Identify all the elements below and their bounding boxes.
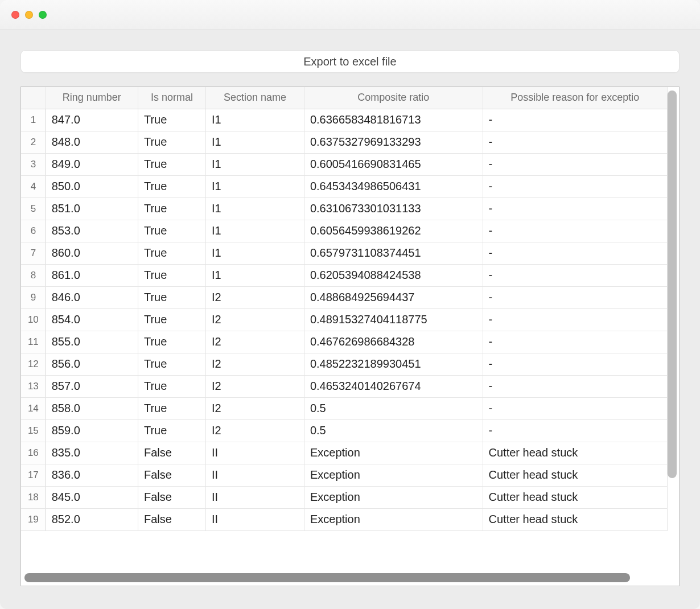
table-row[interactable]: 5851.0TrueI10.6310673301031133-: [21, 197, 668, 220]
header-ring[interactable]: Ring number: [46, 87, 138, 109]
row-index-cell[interactable]: 18: [21, 486, 46, 508]
cell-normal[interactable]: True: [138, 242, 205, 264]
table-row[interactable]: 17836.0FalseIIExceptionCutter head stuck: [21, 464, 668, 486]
cell-normal[interactable]: True: [138, 419, 205, 442]
cell-ratio[interactable]: 0.6056459938619262: [304, 220, 483, 242]
table-row[interactable]: 13857.0TrueI20.4653240140267674-: [21, 375, 668, 397]
maximize-icon[interactable]: [39, 11, 47, 19]
table-row[interactable]: 12856.0TrueI20.4852232189930451-: [21, 353, 668, 375]
cell-ratio[interactable]: 0.6579731108374451: [304, 242, 483, 264]
cell-normal[interactable]: False: [138, 464, 205, 486]
row-index-cell[interactable]: 3: [21, 153, 46, 175]
cell-ring[interactable]: 846.0: [46, 286, 138, 308]
cell-reason[interactable]: -: [483, 109, 667, 131]
cell-normal[interactable]: True: [138, 397, 205, 419]
cell-ratio[interactable]: 0.6375327969133293: [304, 131, 483, 153]
cell-ring[interactable]: 858.0: [46, 397, 138, 419]
table-row[interactable]: 15859.0TrueI20.5-: [21, 419, 668, 442]
table-row[interactable]: 1847.0TrueI10.6366583481816713-: [21, 109, 668, 131]
table-row[interactable]: 19852.0FalseIIExceptionCutter head stuck: [21, 508, 668, 530]
cell-normal[interactable]: True: [138, 353, 205, 375]
cell-ring[interactable]: 847.0: [46, 109, 138, 131]
cell-section[interactable]: I2: [205, 286, 304, 308]
header-section[interactable]: Section name: [205, 87, 304, 109]
row-index-cell[interactable]: 1: [21, 109, 46, 131]
cell-reason[interactable]: Cutter head stuck: [483, 486, 667, 508]
row-index-cell[interactable]: 14: [21, 397, 46, 419]
cell-ratio[interactable]: 0.467626986684328: [304, 331, 483, 353]
cell-section[interactable]: I1: [205, 153, 304, 175]
cell-section[interactable]: II: [205, 508, 304, 530]
cell-section[interactable]: I1: [205, 264, 304, 286]
minimize-icon[interactable]: [25, 11, 33, 19]
row-index-cell[interactable]: 10: [21, 308, 46, 331]
cell-section[interactable]: I1: [205, 175, 304, 197]
row-index-cell[interactable]: 19: [21, 508, 46, 530]
row-index-cell[interactable]: 15: [21, 419, 46, 442]
row-index-cell[interactable]: 8: [21, 264, 46, 286]
close-icon[interactable]: [11, 11, 19, 19]
row-index-cell[interactable]: 6: [21, 220, 46, 242]
cell-section[interactable]: II: [205, 442, 304, 464]
row-index-cell[interactable]: 17: [21, 464, 46, 486]
cell-section[interactable]: I1: [205, 242, 304, 264]
row-index-cell[interactable]: 7: [21, 242, 46, 264]
cell-reason[interactable]: Cutter head stuck: [483, 442, 667, 464]
cell-reason[interactable]: Cutter head stuck: [483, 464, 667, 486]
cell-ratio[interactable]: 0.48915327404118775: [304, 308, 483, 331]
cell-normal[interactable]: True: [138, 375, 205, 397]
cell-reason[interactable]: -: [483, 242, 667, 264]
cell-normal[interactable]: True: [138, 220, 205, 242]
cell-reason[interactable]: -: [483, 375, 667, 397]
cell-reason[interactable]: -: [483, 220, 667, 242]
table-row[interactable]: 4850.0TrueI10.6453434986506431-: [21, 175, 668, 197]
table-row[interactable]: 7860.0TrueI10.6579731108374451-: [21, 242, 668, 264]
header-normal[interactable]: Is normal: [138, 87, 205, 109]
cell-ratio[interactable]: 0.6005416690831465: [304, 153, 483, 175]
cell-ring[interactable]: 851.0: [46, 197, 138, 220]
cell-ring[interactable]: 859.0: [46, 419, 138, 442]
cell-normal[interactable]: True: [138, 175, 205, 197]
row-index-cell[interactable]: 11: [21, 331, 46, 353]
cell-ring[interactable]: 835.0: [46, 442, 138, 464]
cell-ratio[interactable]: 0.4653240140267674: [304, 375, 483, 397]
header-reason[interactable]: Possible reason for exceptio: [483, 87, 667, 109]
cell-ring[interactable]: 860.0: [46, 242, 138, 264]
table-row[interactable]: 16835.0FalseIIExceptionCutter head stuck: [21, 442, 668, 464]
cell-ratio[interactable]: Exception: [304, 442, 483, 464]
table-row[interactable]: 3849.0TrueI10.6005416690831465-: [21, 153, 668, 175]
cell-ring[interactable]: 861.0: [46, 264, 138, 286]
cell-ratio[interactable]: 0.4852232189930451: [304, 353, 483, 375]
cell-ring[interactable]: 854.0: [46, 308, 138, 331]
export-button[interactable]: Export to excel file: [20, 50, 680, 73]
cell-ring[interactable]: 855.0: [46, 331, 138, 353]
cell-normal[interactable]: True: [138, 286, 205, 308]
cell-section[interactable]: I1: [205, 197, 304, 220]
cell-normal[interactable]: True: [138, 308, 205, 331]
cell-ratio[interactable]: Exception: [304, 508, 483, 530]
cell-reason[interactable]: -: [483, 397, 667, 419]
cell-ring[interactable]: 845.0: [46, 486, 138, 508]
table-row[interactable]: 9846.0TrueI20.488684925694437-: [21, 286, 668, 308]
table-row[interactable]: 10854.0TrueI20.48915327404118775-: [21, 308, 668, 331]
cell-reason[interactable]: -: [483, 175, 667, 197]
table-row[interactable]: 8861.0TrueI10.6205394088424538-: [21, 264, 668, 286]
cell-section[interactable]: I2: [205, 397, 304, 419]
cell-reason[interactable]: -: [483, 419, 667, 442]
horizontal-scrollbar-thumb[interactable]: [24, 573, 630, 582]
cell-normal[interactable]: True: [138, 197, 205, 220]
cell-section[interactable]: I2: [205, 375, 304, 397]
cell-section[interactable]: I1: [205, 220, 304, 242]
cell-ratio[interactable]: 0.488684925694437: [304, 286, 483, 308]
row-index-cell[interactable]: 9: [21, 286, 46, 308]
row-index-cell[interactable]: 12: [21, 353, 46, 375]
cell-ratio[interactable]: 0.6205394088424538: [304, 264, 483, 286]
cell-normal[interactable]: True: [138, 153, 205, 175]
cell-ring[interactable]: 836.0: [46, 464, 138, 486]
cell-normal[interactable]: True: [138, 264, 205, 286]
row-index-cell[interactable]: 13: [21, 375, 46, 397]
cell-ratio[interactable]: 0.6453434986506431: [304, 175, 483, 197]
cell-normal[interactable]: False: [138, 486, 205, 508]
cell-section[interactable]: I1: [205, 131, 304, 153]
cell-normal[interactable]: False: [138, 508, 205, 530]
